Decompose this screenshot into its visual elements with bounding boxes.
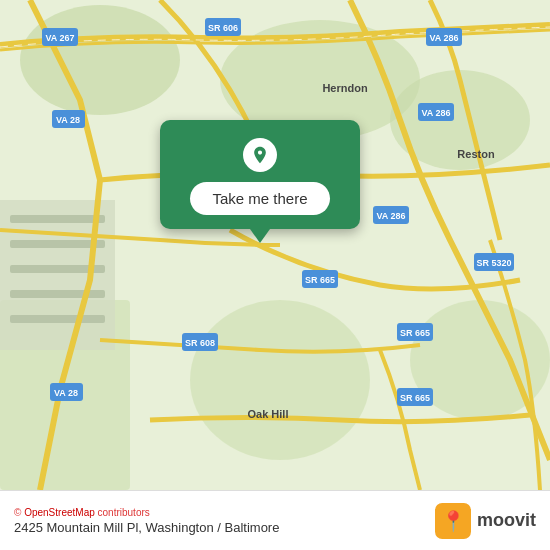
svg-point-5 [190, 300, 370, 460]
moovit-text: moovit [477, 510, 536, 531]
moovit-icon: 📍 [435, 503, 471, 539]
svg-text:SR 665: SR 665 [305, 275, 335, 285]
svg-text:VA 28: VA 28 [56, 115, 80, 125]
svg-text:VA 28: VA 28 [54, 388, 78, 398]
svg-text:SR 608: SR 608 [185, 338, 215, 348]
address-text: 2425 Mountain Mill Pl, Washington / Balt… [14, 520, 279, 535]
moovit-logo: 📍 moovit [435, 503, 536, 539]
svg-rect-12 [10, 315, 105, 323]
svg-text:VA 286: VA 286 [376, 211, 405, 221]
svg-text:Reston: Reston [457, 148, 495, 160]
osm-credit: © OpenStreetMap contributors [14, 507, 279, 518]
map-pin-icon [243, 138, 277, 172]
svg-text:📍: 📍 [440, 509, 465, 533]
svg-text:VA 286: VA 286 [421, 108, 450, 118]
svg-text:SR 665: SR 665 [400, 328, 430, 338]
svg-text:SR 665: SR 665 [400, 393, 430, 403]
map-container[interactable]: VA 267 SR 606 VA 286 VA 28 VA 28 Herndon… [0, 0, 550, 490]
svg-text:Oak Hill: Oak Hill [248, 408, 289, 420]
take-me-there-button[interactable]: Take me there [190, 182, 329, 215]
svg-text:SR 5320: SR 5320 [476, 258, 511, 268]
address-section: © OpenStreetMap contributors 2425 Mounta… [14, 507, 279, 535]
info-bar: © OpenStreetMap contributors 2425 Mounta… [0, 490, 550, 550]
svg-text:VA 286: VA 286 [429, 33, 458, 43]
location-popup: Take me there [160, 120, 360, 229]
copyright-symbol: © [14, 507, 21, 518]
svg-rect-8 [10, 215, 105, 223]
svg-text:Herndon: Herndon [322, 82, 368, 94]
svg-text:SR 606: SR 606 [208, 23, 238, 33]
svg-rect-11 [10, 290, 105, 298]
osm-link[interactable]: OpenStreetMap [24, 507, 95, 518]
osm-suffix: contributors [98, 507, 150, 518]
svg-text:VA 267: VA 267 [45, 33, 74, 43]
